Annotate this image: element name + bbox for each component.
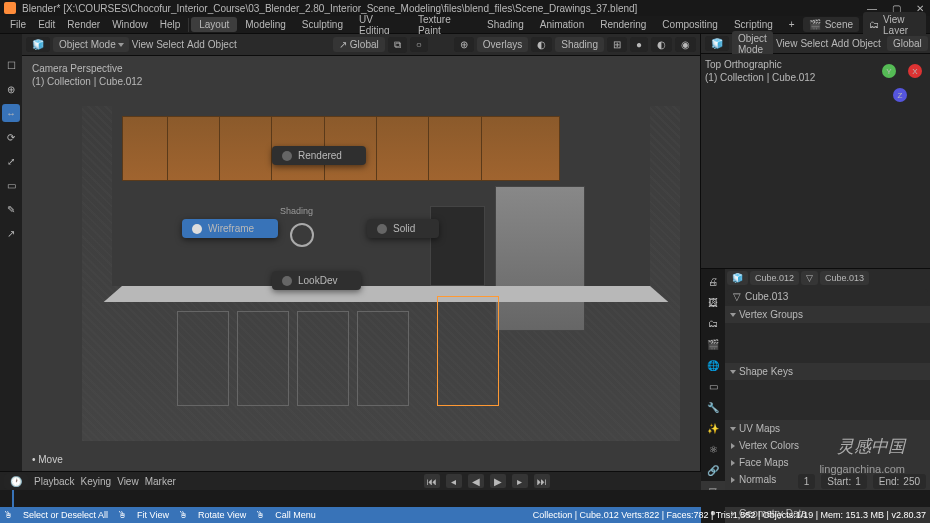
keyframe-next[interactable]: ▸ [512,474,528,488]
ptab-render[interactable]: 🖨 [701,271,725,291]
axis-z[interactable]: Z [893,88,907,102]
ptab-physics[interactable]: ⚛ [701,439,725,459]
sec-object[interactable]: Object [852,38,881,49]
tab-rendering[interactable]: Rendering [592,17,654,32]
ptab-modifier[interactable]: 🔧 [701,397,725,417]
axis-y[interactable]: Y [882,64,896,78]
ptab-object[interactable]: ▭ [701,376,725,396]
viewport-3d[interactable]: Camera Perspective (1) Collection | Cube… [22,56,700,471]
pie-wireframe[interactable]: Wireframe [182,219,278,238]
gizmo-toggle[interactable]: ⊕ [454,37,474,52]
obj-stool[interactable] [237,311,289,406]
ptab-scene[interactable]: 🎬 [701,334,725,354]
sec-orient[interactable]: Global [887,36,928,51]
hint-fit: Fit View [137,510,169,520]
current-frame[interactable]: 1 [798,474,816,489]
tab-shading[interactable]: Shading [479,17,532,32]
tab-modeling[interactable]: Modeling [237,17,294,32]
pie-center-icon [290,223,314,247]
window-title: Blender* [X:\COURSES\Chocofur_Interior_C… [22,3,637,14]
obj-stool[interactable] [297,311,349,406]
watermark-cn: 灵感中国 [837,435,905,458]
nav-gizmo[interactable]: X Y Z [878,60,922,104]
tl-playback[interactable]: Playback [34,476,75,487]
sec-select[interactable]: Select [800,38,828,49]
ptab-viewlayer[interactable]: 🗂 [701,313,725,333]
axis-x[interactable]: X [908,64,922,78]
tab-animation[interactable]: Animation [532,17,592,32]
tool-select[interactable]: ☐ [2,56,20,74]
timeline-editor-type[interactable]: 🕐 [4,474,28,489]
sec-add[interactable]: Add [831,38,849,49]
play[interactable]: ▶ [490,474,506,488]
pie-title: Shading [280,206,313,216]
shading-lookdev[interactable]: ◐ [651,37,672,52]
vp-menu-select[interactable]: Select [156,39,184,50]
tl-view[interactable]: View [117,476,139,487]
sec-editor-type[interactable]: 🧊 [705,36,729,51]
tl-keying[interactable]: Keying [81,476,112,487]
mode-selector[interactable]: Object Mode [53,37,129,52]
tool-move[interactable]: ↔ [2,104,20,122]
orientation[interactable]: ↗ Global [333,37,385,52]
sec-view[interactable]: View [776,38,798,49]
timeline-track[interactable] [0,490,930,507]
pie-solid[interactable]: Solid [367,219,439,238]
scene-selector[interactable]: 🎬 Scene [803,17,859,32]
secondary-viewport[interactable]: Top Orthographic(1) Collection | Cube.01… [701,54,930,268]
play-reverse[interactable]: ◀ [468,474,484,488]
shading-rendered[interactable]: ◉ [675,37,696,52]
tool-transform[interactable]: ▭ [2,176,20,194]
tab-compositing[interactable]: Compositing [654,17,726,32]
ptab-world[interactable]: 🌐 [701,355,725,375]
app-icon [4,2,16,14]
watermark-url: lingganchina.com [819,463,905,475]
vp-menu-view[interactable]: View [132,39,154,50]
menu-help[interactable]: Help [154,19,187,30]
shading-wire[interactable]: ⊞ [607,37,627,52]
tab-add[interactable]: + [781,17,803,32]
datablock-name[interactable]: ▽ Cube.013 [727,289,928,304]
prop-edit-toggle[interactable]: ○ [410,37,428,52]
xray-toggle[interactable]: ◐ [531,37,552,52]
shading-dropdown[interactable]: Shading [555,37,604,52]
menu-render[interactable]: Render [61,19,106,30]
tab-scripting[interactable]: Scripting [726,17,781,32]
obj-stool[interactable] [357,311,409,406]
panel-shape-keys[interactable]: Shape Keys [725,363,930,380]
jump-end[interactable]: ⏭ [534,474,550,488]
toolbar: ☐ ⊕ ↔ ⟳ ⤢ ▭ ✎ ↗ [0,34,22,471]
pie-rendered[interactable]: Rendered [272,146,366,165]
tl-marker[interactable]: Marker [145,476,176,487]
ptab-particles[interactable]: ✨ [701,418,725,438]
vp-menu-add[interactable]: Add [187,39,205,50]
start-frame[interactable]: Start: 1 [821,474,866,489]
snap-toggle[interactable]: ⧉ [388,37,407,53]
obj-stool[interactable] [177,311,229,406]
obj-stool-selected[interactable] [437,296,499,406]
tool-scale[interactable]: ⤢ [2,152,20,170]
scene-stats: Collection | Cube.012 Verts:822 | Faces:… [533,510,926,520]
ptab-output[interactable]: 🖼 [701,292,725,312]
menu-window[interactable]: Window [106,19,154,30]
tool-rotate[interactable]: ⟳ [2,128,20,146]
vp-menu-object[interactable]: Object [208,39,237,50]
editor-type[interactable]: 🧊 [26,37,50,52]
playhead[interactable] [12,490,14,507]
menu-file[interactable]: File [4,19,32,30]
hint-rotate: Rotate View [198,510,246,520]
overlays-toggle[interactable]: Overlays [477,37,528,52]
tab-layout[interactable]: Layout [191,17,237,32]
pie-lookdev[interactable]: LookDev [272,271,361,290]
jump-start[interactable]: ⏮ [424,474,440,488]
tool-annotate[interactable]: ✎ [2,200,20,218]
sec-mode[interactable]: Object Mode [732,31,773,57]
menu-edit[interactable]: Edit [32,19,61,30]
tool-cursor[interactable]: ⊕ [2,80,20,98]
panel-vertex-groups[interactable]: Vertex Groups [725,306,930,323]
tool-measure[interactable]: ↗ [2,224,20,242]
tab-sculpting[interactable]: Sculpting [294,17,351,32]
keyframe-prev[interactable]: ◂ [446,474,462,488]
shading-solid[interactable]: ● [630,37,648,52]
end-frame[interactable]: End: 250 [873,474,926,489]
